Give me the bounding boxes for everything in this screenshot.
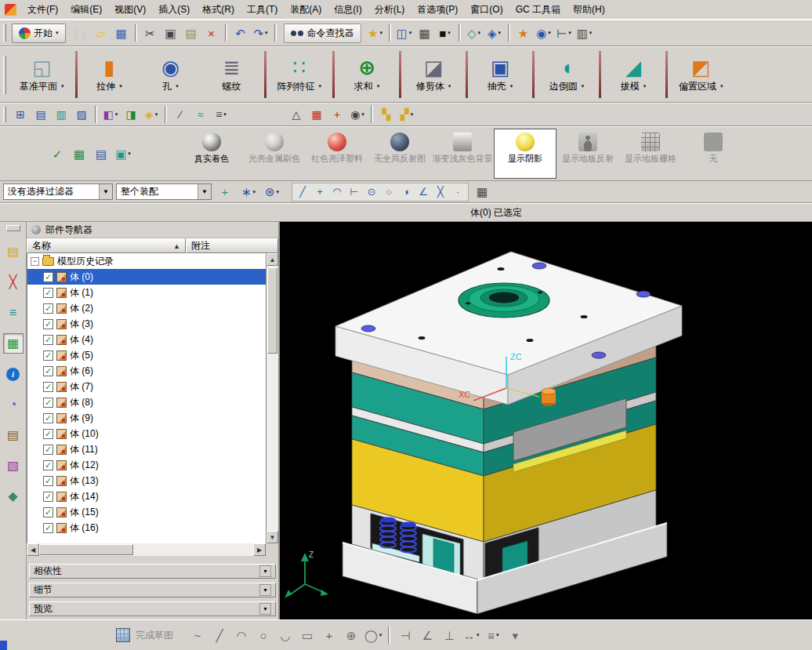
scroll-down-icon[interactable]: ▼ bbox=[266, 531, 278, 543]
checkbox-icon[interactable]: ✓ bbox=[43, 319, 53, 329]
toolbar-button[interactable]: ▚ ▾ bbox=[376, 104, 397, 125]
checkbox-icon[interactable]: ✓ bbox=[43, 335, 53, 345]
sidebar-resource-button[interactable]: ▤ bbox=[3, 241, 24, 262]
sketch-tool-button[interactable]: ▾ ▾ bbox=[505, 625, 525, 645]
toolbar-button[interactable]: ⊢ ▾ bbox=[554, 23, 575, 43]
toolbar-button[interactable]: ◉ ▾ bbox=[534, 23, 554, 43]
menu-item[interactable]: 格式(R) bbox=[196, 1, 241, 19]
toolbar-button[interactable]: ◧ ▾ bbox=[100, 104, 121, 125]
sketch-tool-button[interactable]: ▭ ▾ bbox=[297, 625, 317, 645]
toolbar-button[interactable]: ≈ ▾ bbox=[190, 104, 211, 125]
toolbar-button[interactable]: ▥ ▾ bbox=[575, 23, 595, 43]
dropdown-arrow-icon[interactable]: ▼ bbox=[99, 184, 112, 199]
toolbar-grip[interactable] bbox=[3, 56, 6, 94]
feature-button[interactable]: ◖ 边倒圆 ▾ bbox=[536, 49, 597, 100]
feature-button[interactable]: ▾ bbox=[75, 51, 78, 98]
checkbox-icon[interactable]: ✓ bbox=[43, 288, 53, 298]
feature-button[interactable]: ▣ 抽壳 ▾ bbox=[469, 49, 531, 100]
tree-item-body[interactable]: ✓ 体 (7) bbox=[27, 379, 266, 394]
tree-item-body[interactable]: ✓ 体 (16) bbox=[27, 520, 266, 536]
sidebar-tab-handle[interactable] bbox=[6, 225, 20, 231]
toolbar-button[interactable]: ✂ ▾ bbox=[140, 23, 161, 43]
sketch-tool-button[interactable]: ⊕ ▾ bbox=[341, 625, 361, 645]
tree-item-body[interactable]: ✓ 体 (9) bbox=[27, 410, 266, 426]
sketch-tool-button[interactable]: ◠ ▾ bbox=[231, 625, 252, 645]
scroll-up-icon[interactable]: ▲ bbox=[266, 253, 278, 266]
menu-item[interactable]: 工具(T) bbox=[241, 1, 284, 19]
feature-button[interactable]: ▮ 拉伸 ▾ bbox=[79, 49, 140, 100]
toolbar-button[interactable]: ■ ▾ bbox=[435, 23, 455, 43]
part-navigator-titlebar[interactable]: 部件导航器 bbox=[27, 222, 278, 238]
toolbar-button[interactable]: ▣ ▾ bbox=[161, 23, 181, 43]
render-style-button[interactable]: 渐变浅灰色背景 bbox=[431, 129, 494, 179]
sidebar-resource-button[interactable]: ▦ bbox=[3, 333, 24, 354]
tree-item-body[interactable]: ✓ 体 (2) bbox=[27, 300, 266, 316]
render-style-button[interactable]: 无全局反射图 bbox=[368, 129, 431, 179]
menu-item[interactable]: 装配(A) bbox=[284, 1, 328, 19]
toolbar-button[interactable]: ▾ bbox=[508, 24, 510, 42]
feature-button[interactable]: ◱ 基准平面 ▾ bbox=[10, 49, 74, 100]
sketch-tool-button[interactable]: ≡ ▾ bbox=[483, 625, 503, 645]
column-header-note[interactable]: 附注 bbox=[186, 238, 278, 253]
checkbox-icon[interactable]: ✓ bbox=[43, 350, 53, 361]
toolbar-button[interactable]: ≡ ▾ bbox=[211, 104, 231, 125]
checkbox-icon[interactable]: ✓ bbox=[43, 507, 53, 517]
tree-item-body[interactable]: ✓ 体 (0) bbox=[27, 269, 266, 285]
toolbar-button[interactable]: ▞ ▾ bbox=[397, 104, 417, 125]
toolbar-button[interactable]: ▦ ▾ bbox=[111, 23, 132, 43]
selection-scope-dropdown[interactable]: 整个装配 ▼ bbox=[116, 183, 212, 200]
checkbox-icon[interactable]: ✓ bbox=[43, 492, 53, 502]
menu-item[interactable]: 编辑(E) bbox=[64, 1, 108, 19]
feature-button[interactable]: ▾ bbox=[399, 51, 401, 98]
snap-point-toggle[interactable]: ○ bbox=[380, 183, 397, 201]
dropdown-arrow-icon[interactable]: ▼ bbox=[198, 184, 211, 199]
toolbar-button[interactable]: ▤ ▾ bbox=[181, 23, 201, 43]
grid-snap-button[interactable]: ▦ bbox=[472, 182, 492, 202]
locating-ring[interactable] bbox=[459, 283, 549, 318]
toolbar-button[interactable]: ▤ ▾ bbox=[31, 104, 51, 125]
checkbox-icon[interactable]: ✓ bbox=[43, 476, 53, 486]
sprue-bushing[interactable] bbox=[542, 388, 556, 406]
vertical-scrollbar[interactable]: ▲ ▼ bbox=[266, 253, 278, 543]
snap-point-toggle[interactable]: ╱ bbox=[294, 183, 311, 201]
scroll-right-icon[interactable]: ▶ bbox=[253, 543, 266, 556]
checkbox-icon[interactable]: ✓ bbox=[43, 272, 53, 282]
render-style-button[interactable]: 显示地板栅格 bbox=[619, 129, 682, 179]
sketch-tool-button[interactable]: ↔ ▾ bbox=[461, 625, 481, 645]
sidebar-resource-button[interactable]: ▧ bbox=[3, 456, 24, 476]
toolbar-button[interactable]: ▨ ▾ bbox=[71, 104, 92, 125]
feature-button[interactable]: ▾ bbox=[264, 51, 266, 98]
snap-point-toggle[interactable]: ⊙ bbox=[363, 183, 380, 201]
render-style-button[interactable]: 真实着色 bbox=[180, 129, 243, 179]
toolbar-button[interactable]: ▱ ▾ bbox=[91, 23, 111, 43]
command-finder-button[interactable]: 命令查找器 bbox=[284, 24, 361, 43]
sidebar-resource-button[interactable]: ╳ bbox=[3, 272, 24, 292]
snap-point-toggle[interactable]: ∠ bbox=[415, 183, 432, 201]
sidebar-resource-button[interactable]: i bbox=[3, 364, 24, 384]
toolbar-button[interactable]: ▾ bbox=[165, 106, 167, 123]
tree-item-body[interactable]: ✓ 体 (15) bbox=[27, 504, 266, 520]
menu-item[interactable]: 视图(V) bbox=[108, 1, 152, 19]
tree-item-body[interactable]: ✓ 体 (4) bbox=[27, 332, 266, 347]
toolbar-button[interactable]: ★ ▾ bbox=[513, 23, 534, 43]
toolbar-button[interactable]: ◨ ▾ bbox=[121, 104, 141, 125]
toolbar-button[interactable]: ▢ ▾ bbox=[71, 23, 91, 43]
horizontal-scrollbar[interactable]: ◀ ▶ bbox=[27, 543, 278, 556]
chevron-down-icon[interactable]: ▼ bbox=[259, 603, 271, 615]
checkbox-icon[interactable]: ✓ bbox=[43, 366, 53, 376]
toolbar-button[interactable]: ▾ bbox=[389, 24, 391, 42]
toolbar-button[interactable]: ▦ ▾ bbox=[306, 104, 327, 125]
feature-button[interactable]: ◩ 偏置区域 ▾ bbox=[669, 49, 733, 100]
toolbar-button[interactable]: ⊞ ▾ bbox=[10, 104, 31, 125]
sketch-tool-button[interactable]: ○ ▾ bbox=[253, 625, 274, 645]
sidebar-resource-button[interactable]: ◆ bbox=[3, 486, 24, 507]
tree-item-body[interactable]: ✓ 体 (12) bbox=[27, 457, 266, 473]
toolbar-button[interactable]: ▦ ▾ bbox=[415, 23, 435, 43]
feature-button[interactable]: ▾ bbox=[665, 51, 668, 98]
toolbar-button[interactable]: ▾ bbox=[459, 24, 461, 42]
sketch-tool-button[interactable]: ~ ▾ bbox=[187, 625, 208, 645]
dropdown-arrow-icon[interactable]: ▾ bbox=[56, 30, 59, 36]
menu-item[interactable]: 插入(S) bbox=[152, 1, 196, 19]
toolbar-button[interactable]: △ ▾ bbox=[286, 104, 306, 125]
feature-button[interactable]: ◉ 孔 ▾ bbox=[140, 49, 201, 100]
